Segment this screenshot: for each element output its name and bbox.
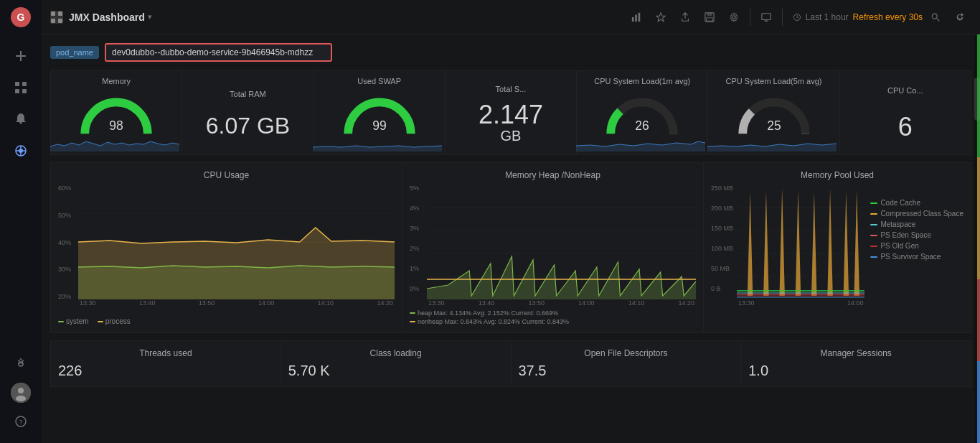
cpu-1m-sparkline <box>576 136 709 151</box>
filter-row: pod_name dev0dubbo--dubbo-demo-service-9… <box>50 43 971 62</box>
memory-title: Memory <box>102 77 131 85</box>
apps-icon <box>50 11 63 24</box>
svg-marker-69 <box>779 188 784 296</box>
save-button[interactable] <box>698 7 721 27</box>
heap-legend: heap Max: 4.134% Avg: 2.152% Current: 0.… <box>410 309 696 325</box>
svg-rect-5 <box>22 82 27 86</box>
total-s-panel: Total S... 2.147 GB <box>446 71 577 154</box>
used-swap-title: Used SWAP <box>357 77 401 85</box>
svg-text:98: 98 <box>109 118 123 133</box>
help-icon[interactable]: ? <box>6 407 35 436</box>
settings-icon[interactable] <box>6 350 35 378</box>
threads-used-panel: Threads used 226 <box>51 341 281 386</box>
heap-x-labels: 13:3013:4013:5014:0014:1014:20 <box>427 299 696 307</box>
heap-chart-panel: Memory Heap /NonHeap 5%4%3%2%1%0% <box>402 163 704 332</box>
time-range-display: Last 1 hour Refresh every 30s <box>793 12 923 22</box>
mempool-legend: Code Cache Compressed Class Space Metasp… <box>870 185 963 307</box>
svg-marker-27 <box>656 12 664 21</box>
total-ram-value: 6.07 GB <box>206 113 290 139</box>
svg-marker-72 <box>827 189 832 296</box>
svg-rect-30 <box>706 17 712 20</box>
cpu-legend: system process <box>58 317 395 325</box>
svg-rect-7 <box>22 89 27 93</box>
memory-gauge: 98 <box>73 88 159 139</box>
monitor-button[interactable] <box>755 7 778 27</box>
topbar-actions: Last 1 hour Refresh every 30s <box>625 7 971 27</box>
total-s-value: 2.147 <box>479 102 543 128</box>
cpu-y-labels: 60%50%40%30%20% <box>58 185 78 314</box>
grid-icon[interactable] <box>6 73 35 102</box>
mempool-y-labels: 250 MB200 MB150 MB100 MB50 MB0 B <box>711 185 737 307</box>
cpu-1m-title: CPU System Load(1m avg) <box>594 77 690 85</box>
svg-rect-4 <box>15 82 19 86</box>
grafana-logo[interactable]: G <box>9 6 32 29</box>
svg-marker-68 <box>763 190 768 296</box>
refresh-button[interactable] <box>948 7 971 27</box>
topbar-divider2 <box>782 9 783 26</box>
svg-point-9 <box>19 149 23 153</box>
svg-point-17 <box>16 396 26 401</box>
svg-marker-43 <box>576 141 705 151</box>
svg-rect-24 <box>631 17 633 22</box>
svg-rect-32 <box>761 13 770 19</box>
total-s-title: Total S... <box>496 85 527 93</box>
svg-rect-6 <box>15 89 19 93</box>
time-range-text: Last 1 hour <box>806 12 849 22</box>
svg-text:26: 26 <box>636 118 649 133</box>
kubernetes-icon[interactable] <box>6 136 35 165</box>
class-loading-title: Class loading <box>288 348 504 358</box>
filter-label: pod_name <box>50 46 99 59</box>
mempool-content: 250 MB200 MB150 MB100 MB50 MB0 B <box>711 185 963 307</box>
svg-text:?: ? <box>19 419 22 426</box>
plus-icon[interactable] <box>6 42 35 70</box>
charts-row: CPU Usage 60%50%40%30%20% <box>50 162 971 333</box>
swap-gauge: 99 <box>336 88 423 139</box>
share-button[interactable] <box>674 7 697 27</box>
class-loading-panel: Class loading 5.70 K <box>281 341 512 386</box>
cpu-co-panel: CPU Co... 6 <box>840 71 971 154</box>
cpu-5m-sparkline <box>707 136 840 151</box>
threads-used-value: 226 <box>58 363 273 379</box>
cpu-co-title: CPU Co... <box>887 86 923 95</box>
total-ram-panel: Total RAM 6.07 GB <box>182 71 314 154</box>
title-chevron[interactable]: ▾ <box>148 12 152 22</box>
open-file-desc-title: Open File Descriptors <box>519 348 734 358</box>
svg-marker-39 <box>50 141 179 151</box>
svg-marker-74 <box>854 190 859 296</box>
svg-rect-20 <box>51 11 55 16</box>
cpu-co-value: 6 <box>898 112 913 142</box>
refresh-rate-text[interactable]: Refresh every 30s <box>853 12 923 22</box>
svg-rect-25 <box>635 14 637 22</box>
star-button[interactable] <box>649 7 672 27</box>
search-button[interactable] <box>924 7 947 27</box>
svg-rect-23 <box>58 19 62 23</box>
cpu-chart-svg <box>78 185 395 299</box>
cpu-chart-title: CPU Usage <box>58 170 395 180</box>
svg-point-36 <box>932 14 937 19</box>
manager-sessions-panel: Manager Sessions 1.0 <box>741 341 971 386</box>
svg-text:25: 25 <box>767 118 781 133</box>
manager-sessions-title: Manager Sessions <box>748 348 963 358</box>
class-loading-value: 5.70 K <box>288 363 504 379</box>
topbar: JMX Dashboard ▾ Last 1 hour Refresh ever… <box>42 0 980 34</box>
bell-icon[interactable] <box>6 105 35 134</box>
heap-chart-title: Memory Heap /NonHeap <box>410 170 696 180</box>
user-avatar[interactable] <box>11 383 31 403</box>
pod-name-select[interactable]: dev0dubbo--dubbo-demo-service-9b466945b-… <box>105 43 332 62</box>
dashboard-title: JMX Dashboard <box>69 11 145 23</box>
mempool-svg <box>737 185 864 299</box>
svg-rect-29 <box>707 12 712 15</box>
sidebar: G ? <box>0 0 42 443</box>
bar-chart-button[interactable] <box>625 7 648 27</box>
cpu-5m-title: CPU System Load(5m avg) <box>726 77 822 85</box>
threads-used-title: Threads used <box>58 348 273 358</box>
open-file-desc-panel: Open File Descriptors 37.5 <box>512 341 742 386</box>
main-content: pod_name dev0dubbo--dubbo-demo-service-9… <box>42 34 980 443</box>
svg-text:99: 99 <box>372 118 386 133</box>
heap-y-labels: 5%4%3%2%1%0% <box>410 185 427 307</box>
scrollbar[interactable] <box>974 34 980 443</box>
scrollbar-color-indicator <box>977 34 980 443</box>
manager-sessions-value: 1.0 <box>748 363 963 379</box>
settings-button[interactable] <box>722 7 745 27</box>
mempool-x-labels: 13:3014:00 <box>737 299 864 307</box>
